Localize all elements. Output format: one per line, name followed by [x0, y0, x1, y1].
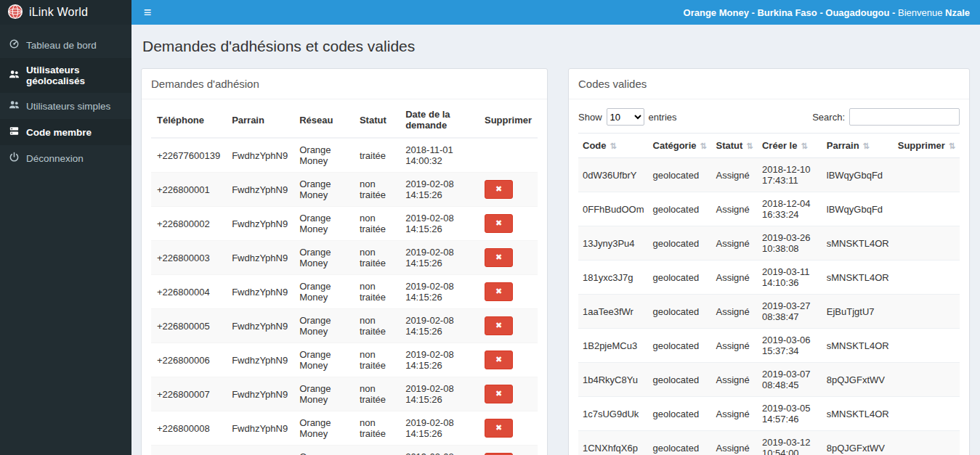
navbar-welcome-text: Bienvenue	[895, 7, 945, 18]
code-cell: 1aaTee3fWr	[578, 295, 649, 329]
statut-cell: Assigné	[712, 363, 758, 397]
column-header-date: Date de la demande	[400, 102, 479, 138]
telephone-cell: +226800002	[151, 207, 226, 241]
demandes-panel: Demandes d'adhésion Téléphone Parrain Ré…	[141, 68, 548, 455]
supprimer-cell	[894, 329, 960, 363]
delete-button[interactable]: ✖	[485, 351, 513, 369]
demande-row: +226800003 FwdhzYphN9 Orange Money non t…	[151, 241, 538, 275]
page-length-select[interactable]: 10	[607, 108, 644, 126]
sidebar-item-code-membre[interactable]: Code membre	[0, 119, 131, 145]
delete-button[interactable]: ✖	[485, 214, 513, 232]
show-label: Show	[578, 112, 602, 123]
date-cell: 2019-02-08 14:15:26	[400, 377, 479, 411]
code-row: 1B2pjeMCu3 geolocated Assigné 2019-03-06…	[578, 329, 960, 363]
creer-le-cell: 2019-03-06 15:37:34	[758, 329, 822, 363]
supprimer-cell: ✖	[479, 411, 538, 446]
reseau-cell: Orange Money	[293, 207, 354, 241]
server-icon	[9, 126, 20, 139]
statut-cell: non traitée	[354, 446, 400, 455]
code-cell: 0FFhBudOOm	[578, 192, 649, 226]
reseau-cell: Orange Money	[293, 275, 354, 309]
statut-cell: Assigné	[712, 295, 758, 329]
code-cell: 13Jyny3Pu4	[578, 226, 649, 261]
statut-cell: traitée	[354, 138, 400, 173]
categorie-cell: geolocated	[649, 431, 712, 455]
delete-button[interactable]: ✖	[485, 282, 513, 300]
delete-button[interactable]: ✖	[485, 248, 513, 266]
delete-button[interactable]: ✖	[485, 385, 513, 403]
sort-icon: ⇅	[746, 142, 753, 150]
statut-cell: Assigné	[712, 261, 758, 295]
sidebar-item-utilisateurs-geolocalises[interactable]: Utilisateurs géolocalisés	[0, 58, 131, 93]
sidebar-item-label: Déconnexion	[26, 153, 84, 164]
column-header-categorie[interactable]: Catégorie⇅	[649, 134, 712, 158]
column-header-creer-le[interactable]: Créer le⇅	[758, 134, 822, 158]
x-icon: ✖	[495, 287, 502, 295]
sidebar-item-utilisateurs-simples[interactable]: Utilisateurs simples	[0, 93, 131, 119]
statut-cell: non traitée	[354, 173, 400, 207]
delete-button[interactable]: ✖	[485, 180, 513, 198]
statut-cell: non traitée	[354, 275, 400, 309]
code-row: 1b4RkyC8Yu geolocated Assigné 2019-03-07…	[578, 363, 960, 397]
code-cell: 1c7sUG9dUk	[578, 397, 649, 431]
delete-button[interactable]: ✖	[485, 419, 513, 437]
supprimer-cell	[894, 192, 960, 226]
codes-header-row: Code⇅ Catégorie⇅ Statut⇅ Créer le⇅ Parra…	[578, 134, 960, 158]
telephone-cell: +226800004	[151, 275, 226, 309]
sort-icon: ⇅	[700, 142, 707, 150]
sort-icon: ⇅	[949, 142, 955, 150]
column-header-statut[interactable]: Statut⇅	[712, 134, 758, 158]
hamburger-menu-icon[interactable]: ≡	[131, 0, 163, 25]
demande-row: +226800007 FwdhzYphN9 Orange Money non t…	[151, 377, 538, 411]
parrain-cell: lBWqyGbqFd	[822, 192, 894, 226]
parrain-cell: sMNSKTL4OR	[822, 397, 894, 431]
demande-row: +226800008 FwdhzYphN9 Orange Money non t…	[151, 411, 538, 446]
demande-row: +226800004 FwdhzYphN9 Orange Money non t…	[151, 275, 538, 309]
brand[interactable]: iLink World	[0, 0, 131, 25]
navbar-user-info: Orange Money - Burkina Faso - Ouagadougo…	[684, 7, 980, 18]
parrain-cell: FwdhzYphN9	[226, 343, 293, 377]
statut-cell: non traitée	[354, 207, 400, 241]
code-row: 1aaTee3fWr geolocated Assigné 2019-03-27…	[578, 295, 960, 329]
categorie-cell: geolocated	[649, 329, 712, 363]
sidebar-item-deconnexion[interactable]: Déconnexion	[0, 145, 131, 171]
main-content: Demandes d'adhésions et codes valides De…	[131, 25, 980, 455]
categorie-cell: geolocated	[649, 192, 712, 226]
navbar-username: Nzale	[945, 7, 970, 18]
supprimer-cell	[894, 431, 960, 455]
supprimer-cell: ✖	[479, 275, 538, 309]
parrain-cell: EjBuTjgtU7	[822, 295, 894, 329]
search-input[interactable]	[849, 108, 960, 126]
column-header-code[interactable]: Code⇅	[578, 134, 649, 158]
code-cell: 0dW36UfbrY	[578, 158, 649, 192]
statut-cell: Assigné	[712, 226, 758, 261]
telephone-cell: +226800006	[151, 343, 226, 377]
sidebar-item-tableau-de-bord[interactable]: Tableau de bord	[0, 32, 131, 58]
supprimer-cell: ✖	[479, 173, 538, 207]
page-length-control: Show 10 entries	[578, 108, 677, 126]
column-header-statut: Statut	[354, 102, 400, 138]
parrain-cell: FwdhzYphN9	[226, 275, 293, 309]
column-header-supprimer[interactable]: Supprimer⇅	[894, 134, 960, 158]
date-cell: 2019-02-08 14:15:26	[400, 446, 479, 455]
telephone-cell: +226800007	[151, 377, 226, 411]
date-cell: 2019-02-08 14:15:26	[400, 411, 479, 446]
globe-logo-icon	[7, 4, 23, 22]
delete-button[interactable]: ✖	[485, 316, 513, 335]
top-navbar: ≡ Orange Money - Burkina Faso - Ouagadou…	[131, 0, 980, 25]
sort-icon: ⇅	[610, 142, 617, 150]
codes-panel-title: Codes valides	[569, 69, 969, 99]
column-header-parrain[interactable]: Parrain⇅	[822, 134, 894, 158]
x-icon: ✖	[495, 253, 502, 261]
reseau-cell: Orange Money	[293, 309, 354, 343]
sidebar: iLink World Tableau de bord	[0, 0, 131, 455]
code-cell: 1b4RkyC8Yu	[578, 363, 649, 397]
code-row: 0FFhBudOOm geolocated Assigné 2018-12-04…	[578, 192, 960, 226]
supprimer-cell: ✖	[479, 446, 538, 455]
creer-le-cell: 2019-03-12 10:54:00	[758, 431, 822, 455]
statut-cell: Assigné	[712, 397, 758, 431]
users-icon	[9, 69, 20, 82]
supprimer-cell: ✖	[479, 309, 538, 343]
reseau-cell: Orange Money	[293, 173, 354, 207]
reseau-cell: Orange Money	[293, 446, 354, 455]
